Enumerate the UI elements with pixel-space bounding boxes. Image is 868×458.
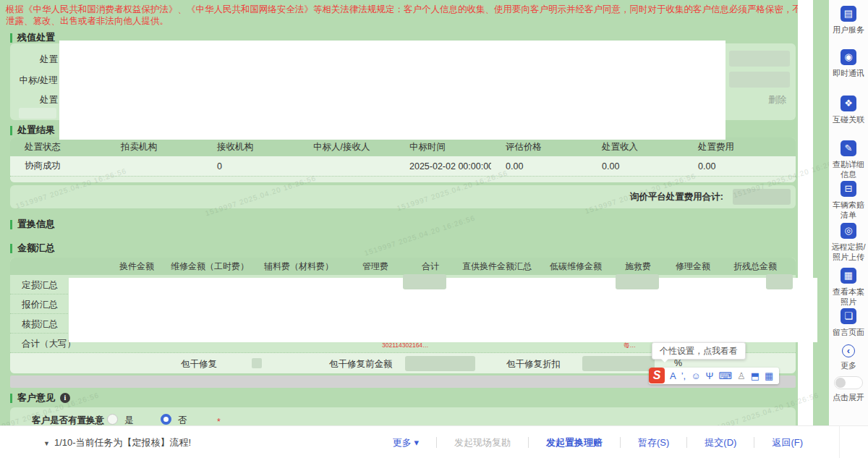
col-header: 管理费 [344,260,407,273]
section-accent-bar [10,126,12,135]
action-footer: ▼1/10-当前任务为【定报核】流程! 更多 ▾ 发起现场复勘 发起置换理赔 暂… [0,425,868,458]
salvage-row-label-3: 处置 [10,94,58,106]
sidebar-item-user-service[interactable]: ▤ 用户服务 [829,6,868,35]
lump-sum-label: 包干修复 [181,358,217,370]
sidebar-item-vehicle-claim-list[interactable]: ⊟ 车辆索赔清单 [829,181,868,220]
discount-input[interactable] [582,356,655,371]
amount-header-row: 换件金额 维修金额（工时费） 辅料费（材料费） 管理费 合计 直供换件金额汇总 … [10,258,796,275]
sogou-logo-icon[interactable]: S [649,368,665,383]
sidebar-item-survey-details[interactable]: ✎ 查勘详细信息 [829,140,868,179]
section-title-amount-summary: 金额汇总 [10,242,55,255]
chevron-down-icon: ▾ [414,437,419,448]
col-header: 处置状态 [10,141,106,153]
ime-handwriting-icon[interactable]: ♙ [737,368,746,384]
ime-settings-tooltip[interactable]: 个性设置，点我看看 [652,342,746,360]
col-header: 换件金额 [107,260,166,273]
back-button[interactable]: 返回(F) [754,436,820,449]
col-header: 拍卖机构 [106,141,203,153]
ime-punctuation-icon[interactable]: ’, [681,368,686,384]
sidebar-item-view-case-photos[interactable]: ▦ 查看本案照片 [829,268,868,307]
sidebar-item-more[interactable]: ‹ 更多 [829,344,868,370]
salvage-row-label-1: 处置 [10,54,58,66]
col-header: 评估价格 [491,141,587,153]
cell-receive-org: 0 [203,161,299,171]
right-sidebar: ▤ 用户服务 ◉ 即时通讯 ❖ 互碰关联 ✎ 查勘详细信息 ⊟ 车辆索赔清单 ◎… [829,0,868,458]
toggle-switch[interactable] [834,376,863,389]
vehicle-claim-list-icon: ⊟ [841,181,856,197]
site-resurvey-button[interactable]: 发起现场复勘 [437,436,528,449]
col-header: 中标人/接收人 [299,141,395,153]
table-row[interactable]: 协商成功 0 2025-02-02 00:00:00 0.00 0.00 0.0… [10,156,796,176]
col-header: 处置收入 [587,141,684,153]
col-header: 维修金额（工时费） [166,260,253,273]
section-title-salvage: 残值处置 [10,31,55,44]
salvage-input-1[interactable] [729,51,790,67]
redaction-overlay [59,41,726,140]
watermark: 1519997 2025.04.20 16:26:56 [363,213,476,257]
col-header: 直供换件金额汇总 [454,260,540,273]
redacted-red-text: 302114302164… [382,342,460,349]
more-button[interactable]: 更多 ▾ [375,436,436,449]
sidebar-item-mutual-collision[interactable]: ❖ 互碰关联 [829,96,868,124]
col-header: 辅料费（材料费） [253,260,344,273]
content-gutter-green [813,0,829,425]
section-accent-bar [10,394,12,403]
cell-win-time: 2025-02-02 00:00:00 [395,161,491,171]
sidebar-item-remote-assessment[interactable]: ◎ 远程定损/照片上传 [829,223,868,262]
footer-buttons: 更多 ▾ 发起现场复勘 发起置换理赔 暂存(S) 提交(D) 返回(F) [375,426,820,458]
view-case-photos-icon: ▦ [841,268,856,284]
survey-details-icon: ✎ [841,140,856,156]
ime-emoji-icon[interactable]: ☺ [691,368,700,384]
user-service-icon: ▤ [841,6,856,22]
ime-skin-icon[interactable]: ⬒ [751,368,760,384]
remote-assessment-icon: ◎ [841,223,856,239]
replacement-claim-button[interactable]: 发起置换理赔 [529,436,620,449]
message-page-icon: ❏ [841,308,856,324]
claims-page: 1519997 2025.04.20 16:26:56 1519997 2025… [0,0,868,458]
radio-yes[interactable] [107,414,118,425]
lump-sum-checkbox[interactable] [252,358,262,368]
redacted-red-text: 每… [624,342,652,349]
pre-amount-label: 包干修复前金额 [329,358,393,370]
current-task-text[interactable]: ▼1/10-当前任务为【定报核】流程! [43,436,191,449]
col-header: 施救费 [612,260,664,273]
ime-keyboard-icon[interactable]: ⌨ [718,368,732,384]
content-gutter [798,0,813,425]
section-accent-bar [10,244,12,253]
pre-amount-input[interactable] [405,356,475,371]
salvage-row-label-2: 中标/处理 [10,75,58,87]
delete-link[interactable]: 删除 [768,94,786,106]
ime-toolbox-icon[interactable]: ▦ [765,368,773,384]
submit-button[interactable]: 提交(D) [687,436,754,449]
col-header: 低碳维修金额 [540,260,612,273]
cell-fee: 0.00 [684,161,780,171]
cell-status: 协商成功 [10,160,106,172]
radio-no[interactable] [161,414,171,425]
collapse-more-icon: ‹ [842,344,855,357]
col-header: 合计 [407,260,454,273]
col-header: 折残总金额 [722,260,788,273]
col-header: 中标时间 [395,141,491,153]
footer-divider-line [839,425,840,458]
cell-income: 0.00 [587,161,684,171]
salvage-input-2[interactable] [729,72,790,88]
mutual-collision-icon: ❖ [841,96,856,111]
section-title-disposal-result: 处置结果 [10,124,55,137]
amount-input-residual[interactable] [766,274,793,289]
ime-toolbar: S A ’, ☺ Ψ ⌨ ♙ ⬒ ▦ [649,368,779,384]
section-title-replacement: 置换信息 [10,218,55,231]
discount-label: 包干修复折扣 [506,358,561,370]
col-header: 修理金额 [664,260,722,273]
sidebar-expand-toggle[interactable]: 点击展开 [829,376,868,402]
amount-input-total[interactable] [403,274,446,289]
partial-input[interactable] [19,108,56,119]
sidebar-item-message-page[interactable]: ❏ 留言页面 [829,308,868,337]
sidebar-item-instant-messaging[interactable]: ◉ 即时通讯 [829,49,868,78]
ime-voice-icon[interactable]: Ψ [705,368,713,384]
amount-input-rescue-fee[interactable] [616,274,659,289]
col-header: 处置费用 [684,141,780,153]
percent-sign: % [674,358,682,368]
ime-mode-icon[interactable]: A [670,368,676,384]
table-header-row: 处置状态 拍卖机构 接收机构 中标人/接收人 中标时间 评估价格 处置收入 处置… [10,137,796,156]
save-draft-button[interactable]: 暂存(S) [621,436,686,449]
